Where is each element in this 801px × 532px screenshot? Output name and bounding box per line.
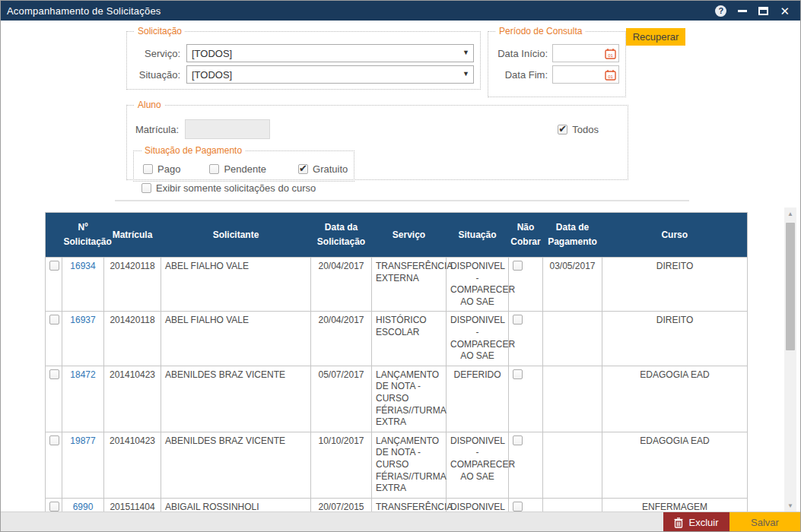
table-header-row: Nº Solicitação Matrícula Solicitante Dat… — [46, 213, 748, 258]
header-data-solicitacao: Data da Solicitação — [311, 213, 372, 258]
cell-data-solicitacao: 10/10/2017 — [311, 432, 372, 498]
table-row: 19877 201410423 ABENILDES BRAZ VICENTE 1… — [46, 432, 748, 498]
servico-select[interactable]: [TODOS] — [186, 44, 474, 62]
scroll-down-icon[interactable] — [784, 499, 796, 511]
header-select — [46, 213, 62, 258]
cell-solicitante: ABENILDES BRAZ VICENTE — [161, 432, 311, 498]
nao-cobrar-checkbox[interactable] — [513, 502, 523, 511]
cell-data-pagamento: 03/05/2017 — [543, 258, 602, 312]
cell-solicitante: ABENILDES BRAZ VICENTE — [161, 366, 311, 432]
cell-matricula: 201410423 — [104, 366, 161, 432]
salvar-button[interactable]: Salvar — [729, 512, 800, 532]
cell-matricula: 201420118 — [104, 258, 161, 312]
maximize-icon[interactable] — [758, 7, 768, 15]
table-row: 16934 201420118 ABEL FIALHO VALE 20/04/2… — [46, 258, 748, 312]
row-select-checkbox[interactable] — [49, 435, 59, 445]
cell-data-solicitacao: 20/04/2017 — [311, 312, 372, 366]
solicitacao-link[interactable]: 16934 — [70, 261, 95, 271]
cell-situacao: DISPONIVEL - COMPARECER AO SAE — [447, 432, 509, 498]
cell-data-pagamento — [543, 432, 602, 498]
svg-text:01: 01 — [608, 74, 613, 79]
chevron-down-icon — [462, 49, 469, 56]
calendar-icon[interactable]: 01 — [605, 48, 616, 59]
exibir-curso-checkbox[interactable] — [141, 183, 151, 193]
gratuito-checkbox[interactable] — [298, 164, 308, 174]
cell-servico: LANÇAMENTO DE NOTA - CURSO FÉRIAS//TURMA… — [372, 432, 447, 498]
window-title: Acompanhamento de Solicitações — [1, 5, 161, 17]
scroll-up-icon[interactable] — [784, 207, 796, 220]
situacao-select[interactable]: [TODOS] — [186, 65, 474, 84]
header-matricula: Matrícula — [104, 213, 161, 258]
pagamento-fieldset: Situação de Pagamento Pago Pendente Grat… — [133, 145, 354, 182]
cell-situacao: DEFERIDO — [447, 366, 509, 432]
table-row: 16937 201420118 ABEL FIALHO VALE 20/04/2… — [46, 312, 748, 366]
pago-checkbox[interactable] — [143, 164, 153, 174]
app-window: Acompanhamento de Solicitações ? ✕ Solic… — [0, 0, 801, 532]
cell-situacao: DISPONIVEL - COMPARECER AO SAE — [447, 498, 509, 511]
situacao-label: Situação: — [133, 69, 180, 81]
cell-servico: TRANSFERÊNCIA EXTERNA — [372, 498, 447, 511]
section-divider — [115, 200, 689, 201]
nao-cobrar-checkbox[interactable] — [513, 261, 523, 271]
cell-situacao: DISPONIVEL - COMPARECER AO SAE — [447, 258, 509, 312]
pendente-label: Pendente — [224, 163, 266, 175]
row-select-checkbox[interactable] — [49, 502, 59, 511]
nao-cobrar-checkbox[interactable] — [513, 435, 523, 445]
solicitacao-link[interactable]: 16937 — [70, 315, 95, 325]
calendar-icon[interactable]: 01 — [605, 69, 616, 81]
svg-text:01: 01 — [608, 53, 613, 58]
matricula-label: Matrícula: — [133, 124, 179, 135]
cell-curso: ENFERMAGEM — [602, 498, 748, 511]
data-fim-label: Data Fim: — [494, 69, 548, 81]
cell-servico: HISTÓRICO ESCOLAR — [372, 312, 447, 366]
matricula-input[interactable] — [185, 119, 270, 139]
situacao-select-value: [TODOS] — [192, 69, 232, 81]
cell-data-pagamento — [543, 312, 602, 366]
pendente-checkbox[interactable] — [209, 164, 219, 174]
gratuito-label: Gratuito — [313, 163, 348, 175]
cell-curso: EDAGOGIA EAD — [602, 366, 748, 432]
nao-cobrar-checkbox[interactable] — [513, 315, 523, 325]
title-bar: Acompanhamento de Solicitações ? ✕ — [1, 1, 800, 21]
cell-solicitante: ABEL FIALHO VALE — [161, 258, 311, 312]
content-area: Solicitação Serviço: [TODOS] Situação: [… — [1, 21, 800, 531]
aluno-legend: Aluno — [135, 100, 164, 110]
solicitacao-fieldset: Solicitação Serviço: [TODOS] Situação: [… — [126, 26, 481, 90]
minimize-icon[interactable] — [738, 10, 747, 12]
data-inicio-label: Data Início: — [494, 48, 548, 59]
cell-data-solicitacao: 05/07/2017 — [311, 366, 372, 432]
servico-label: Serviço: — [133, 48, 180, 59]
solicitacao-link[interactable]: 6990 — [73, 502, 94, 511]
cell-solicitante: ABEL FIALHO VALE — [161, 312, 311, 366]
todos-label: Todos — [572, 124, 599, 135]
cell-matricula: 201511404 — [104, 498, 161, 511]
scrollbar-thumb[interactable] — [786, 223, 795, 350]
cell-servico: TRANSFERÊNCIA EXTERNA — [372, 258, 447, 312]
row-select-checkbox[interactable] — [49, 315, 59, 325]
close-icon[interactable]: ✕ — [780, 5, 790, 17]
solicitacoes-table-container: Nº Solicitação Matrícula Solicitante Dat… — [45, 212, 748, 511]
chevron-down-icon — [462, 70, 469, 78]
solicitacao-link[interactable]: 19877 — [70, 435, 95, 446]
header-solicitante: Solicitante — [161, 213, 311, 258]
pago-label: Pago — [157, 163, 180, 175]
excluir-button[interactable]: Excluir — [663, 512, 729, 532]
periodo-legend: Período de Consulta — [496, 26, 585, 36]
row-select-checkbox[interactable] — [49, 261, 59, 271]
help-icon[interactable]: ? — [715, 5, 726, 17]
row-select-checkbox[interactable] — [49, 369, 59, 379]
cell-solicitante: ABIGAIL ROSSINHOLI PATROCINIO MIL — [161, 498, 311, 511]
cell-data-pagamento — [543, 498, 602, 511]
cell-matricula: 201420118 — [104, 312, 161, 366]
periodo-fieldset: Período de Consulta Data Início: 01 — [488, 26, 626, 97]
recuperar-button[interactable]: Recuperar — [626, 28, 685, 46]
solicitacao-link[interactable]: 18472 — [70, 369, 95, 380]
vertical-scrollbar[interactable] — [784, 207, 796, 511]
cell-data-pagamento — [543, 366, 602, 432]
todos-checkbox[interactable] — [558, 125, 567, 135]
nao-cobrar-checkbox[interactable] — [513, 369, 523, 379]
header-servico: Serviço — [372, 213, 447, 258]
solicitacao-legend: Solicitação — [135, 26, 185, 36]
servico-select-value: [TODOS] — [192, 48, 232, 59]
aluno-fieldset: Aluno Matrícula: Todos Situação de Pagam… — [126, 100, 628, 180]
